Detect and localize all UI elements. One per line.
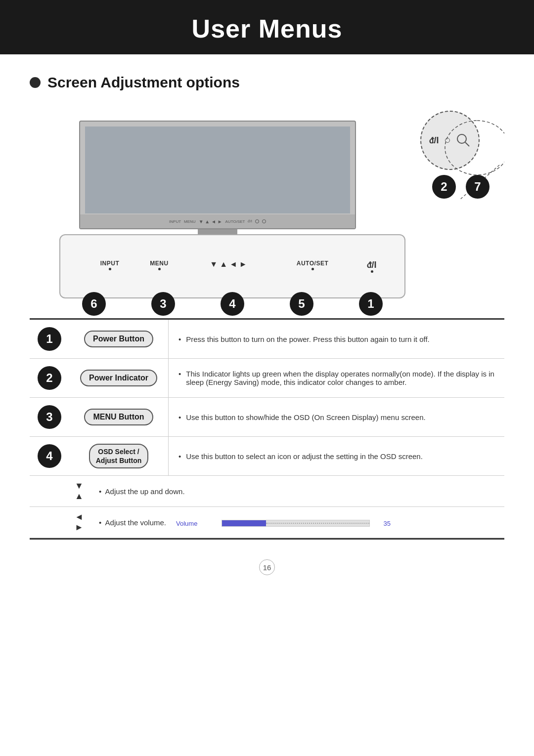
circle-1: 1 <box>38 327 61 351</box>
page-header: User Menus <box>0 0 534 54</box>
power-button-pill: Power Button <box>84 331 153 347</box>
menu-label: Menu <box>150 260 168 267</box>
diagram-num-3: 3 <box>151 292 175 316</box>
updown-arrows: ▼ ▲ <box>69 481 89 502</box>
btn-labels-row: Input Menu ▼ ▲ ◄ ► <box>85 260 401 273</box>
volume-display: Volume 35 <box>176 520 391 527</box>
btn-section-input: Input <box>85 260 134 270</box>
volume-number: 35 <box>376 520 391 527</box>
row-number-2: 2 <box>30 359 69 397</box>
diagram-bottom-numbers: 6 3 4 5 1 <box>59 292 405 316</box>
up-arrow: ▲ <box>220 260 227 269</box>
btn-section-arrows: ▼ ▲ ◄ ► <box>184 260 273 269</box>
osd-button-pill: OSD Select / Adjust Button <box>89 444 149 468</box>
svg-line-1 <box>465 142 469 146</box>
row-label-power-button: Power Button <box>69 320 168 358</box>
updown-desc-text: Adjust the up and down. <box>105 487 185 496</box>
circle-2: 2 <box>38 366 61 390</box>
table-row-power-indicator: 2 Power Indicator • This Indicator light… <box>30 359 504 398</box>
row-number-3: 3 <box>30 398 69 436</box>
power-indicator-pill: Power Indicator <box>80 370 157 386</box>
bullet-2: • <box>178 370 181 378</box>
desc-line-2: • This Indicator lights up green when th… <box>178 370 494 386</box>
led-dot-zoom <box>445 138 450 143</box>
table-row-menu-button: 3 MENU Button • Use this button to show/… <box>30 398 504 437</box>
row-desc-power-button: • Press this button to turn on the power… <box>168 320 504 358</box>
section-dot <box>30 77 41 88</box>
diagram-top-numbers: 2 7 <box>432 175 490 199</box>
circle-3: 3 <box>38 405 61 429</box>
monitor-bottom-bar: INPUT MENU ▼ ▲ ◄ ► AUTO/SET ᵭ/I <box>80 214 355 228</box>
svg-point-0 <box>457 134 466 143</box>
monitor-illustration: INPUT MENU ▼ ▲ ◄ ► AUTO/SET ᵭ/I <box>79 121 356 249</box>
info-table: 1 Power Button • Press this button to tu… <box>30 318 504 540</box>
leftright-arrows: ◄ ► <box>69 512 89 533</box>
section-title: Screen Adjustment options <box>47 74 240 91</box>
autoset-dot <box>312 268 314 270</box>
arrows-group: ▼ ▲ ◄ ► <box>210 260 247 269</box>
right-arrow: ► <box>239 260 247 269</box>
osd-label-stack: OSD Select / Adjust Button <box>89 444 149 468</box>
sub-row-volume: ◄ ► • Adjust the volume. Volume 35 <box>30 507 504 538</box>
row-label-osd-button: OSD Select / Adjust Button <box>69 437 168 475</box>
desc-text-4: Use this button to select an icon or adj… <box>186 452 423 461</box>
row-label-power-indicator: Power Indicator <box>69 359 168 397</box>
diagram-num-2: 2 <box>432 175 456 199</box>
btn-section-autoset: Auto/Set <box>273 260 352 270</box>
volume-bar-fill <box>222 520 266 526</box>
page-number: 16 <box>259 559 275 575</box>
osd-line1: OSD Select / <box>98 448 139 456</box>
desc-text-3: Use this button to show/hide the OSD (On… <box>186 413 425 421</box>
diagram-area: INPUT MENU ▼ ▲ ◄ ► AUTO/SET ᵭ/I ᵭ/I <box>30 106 504 313</box>
page-number-area: 16 <box>30 559 504 575</box>
leftright-desc: • Adjust the volume. <box>99 518 166 527</box>
power-icon-diagram: ᵭ/I <box>367 260 376 270</box>
diagram-num-1: 1 <box>359 292 383 316</box>
down-arrow: ▼ <box>210 260 218 269</box>
input-label: Input <box>100 260 120 267</box>
page-title: User Menus <box>0 14 534 43</box>
volume-bar-container <box>222 520 370 527</box>
main-content: Screen Adjustment options INPUT MENU ▼ ▲… <box>0 54 534 595</box>
row-number-4: 4 <box>30 437 69 475</box>
power-dot <box>371 270 373 273</box>
magnifier-icon <box>456 133 471 148</box>
bullet-4: • <box>178 452 181 461</box>
input-dot <box>109 268 111 270</box>
volume-bar-dots <box>266 523 369 524</box>
zoom-circle: ᵭ/I <box>420 111 480 170</box>
table-row-osd-button: 4 OSD Select / Adjust Button • Use this … <box>30 437 504 476</box>
left-arrow: ◄ <box>229 260 237 269</box>
volume-label: Volume <box>176 520 216 527</box>
desc-line-4: • Use this button to select an icon or a… <box>178 452 494 461</box>
monitor-screen <box>85 126 350 213</box>
diagram-num-7: 7 <box>466 175 490 199</box>
desc-text-2: This Indicator lights up green when the … <box>186 370 494 386</box>
table-row-power-button: 1 Power Button • Press this button to tu… <box>30 320 504 359</box>
volume-adjust-text: Adjust the volume. <box>105 518 166 527</box>
updown-desc: • Adjust the up and down. <box>99 487 185 496</box>
sub-row-updown: ▼ ▲ • Adjust the up and down. <box>30 476 504 507</box>
osd-line2: Adjust Button <box>96 457 142 464</box>
bullet-3: • <box>178 413 181 421</box>
desc-line-3: • Use this button to show/hide the OSD (… <box>178 413 494 421</box>
row-desc-osd-button: • Use this button to select an icon or a… <box>168 437 504 475</box>
power-symbol-zoom: ᵭ/I <box>429 135 439 146</box>
menu-button-pill: MENU Button <box>84 409 153 425</box>
zoom-circle-inner: ᵭ/I <box>429 133 470 148</box>
section-heading: Screen Adjustment options <box>30 74 504 91</box>
btn-section-menu: Menu <box>134 260 184 270</box>
btn-section-power: ᵭ/I <box>352 260 392 273</box>
menu-dot <box>158 268 161 270</box>
circle-4: 4 <box>38 444 61 468</box>
desc-text-1: Press this button to turn on the power. … <box>186 335 430 343</box>
monitor-body: INPUT MENU ▼ ▲ ◄ ► AUTO/SET ᵭ/I <box>79 121 356 229</box>
row-desc-menu-button: • Use this button to show/hide the OSD (… <box>168 398 504 436</box>
diagram-num-6: 6 <box>82 292 106 316</box>
row-number-1: 1 <box>30 320 69 358</box>
row-desc-power-indicator: • This Indicator lights up green when th… <box>168 359 504 397</box>
diagram-num-5: 5 <box>290 292 313 316</box>
button-row-area: Input Menu ▼ ▲ ◄ ► <box>59 234 405 298</box>
bullet-1: • <box>178 335 181 343</box>
row-label-menu-button: MENU Button <box>69 398 168 436</box>
